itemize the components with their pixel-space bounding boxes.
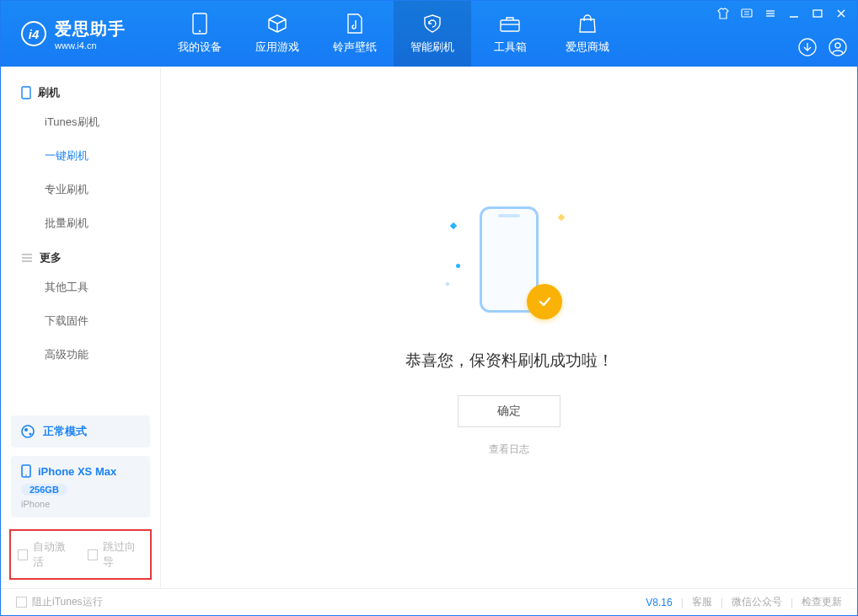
footer-link-update[interactable]: 检查更新	[802, 595, 842, 609]
checkbox-block-itunes[interactable]: 阻止iTunes运行	[16, 595, 103, 609]
checkbox-icon	[18, 549, 28, 560]
download-icon[interactable]	[798, 38, 817, 56]
window-controls	[717, 8, 847, 19]
brand-url: www.i4.cn	[55, 40, 126, 51]
sidebar-item-itunes-flash[interactable]: iTunes刷机	[1, 105, 160, 139]
device-card[interactable]: iPhone XS Max 256GB iPhone	[11, 456, 150, 517]
group-more-label: 更多	[40, 250, 62, 265]
mode-label: 正常模式	[43, 424, 87, 439]
brand: i4 爱思助手 www.i4.cn	[1, 1, 161, 67]
group-flash-label: 刷机	[38, 85, 60, 100]
svg-point-16	[835, 43, 840, 48]
shopping-bag-icon	[576, 13, 598, 35]
tab-toolbox[interactable]: 工具箱	[471, 1, 549, 67]
svg-point-1	[199, 30, 201, 32]
account-controls	[717, 38, 847, 56]
list-icon	[21, 253, 33, 263]
device-phone-icon	[21, 464, 31, 478]
phone-outline-icon	[21, 86, 31, 99]
dot-icon	[456, 264, 460, 268]
sidebar-bottom-options: 自动激活 跳过向导	[9, 529, 152, 580]
user-icon[interactable]	[829, 38, 847, 56]
ok-button[interactable]: 确定	[458, 395, 560, 427]
minimize-icon[interactable]	[788, 8, 800, 19]
device-type: iPhone	[21, 499, 140, 509]
version-label: V8.16	[646, 597, 672, 608]
footer-link-wechat[interactable]: 微信公众号	[732, 595, 782, 609]
music-file-icon	[344, 13, 366, 35]
maximize-icon[interactable]	[812, 8, 823, 19]
device-name: iPhone XS Max	[38, 465, 116, 478]
sidebar-scroll: 刷机 iTunes刷机 一键刷机 专业刷机 批量刷机 更多 其他工具 下载固件 …	[1, 67, 160, 407]
header-right	[707, 1, 857, 67]
device-icon	[189, 13, 211, 35]
sidebar-device-area: 正常模式 iPhone XS Max 256GB iPhone	[11, 415, 150, 517]
checkbox-skip-guide[interactable]: 跳过向导	[88, 539, 144, 570]
cube-icon	[266, 13, 288, 35]
sidebar-group-flash: 刷机	[1, 75, 160, 105]
svg-rect-17	[22, 87, 30, 99]
checkbox-icon	[16, 597, 27, 608]
tab-label: 爱思商城	[566, 40, 609, 55]
checkbox-auto-activate[interactable]: 自动激活	[18, 539, 74, 570]
menu-icon[interactable]	[764, 8, 776, 19]
toolbox-icon	[499, 13, 521, 35]
close-icon[interactable]	[835, 8, 847, 19]
checkbox-label: 自动激活	[33, 539, 73, 570]
feedback-icon[interactable]	[741, 8, 753, 19]
body: 刷机 iTunes刷机 一键刷机 专业刷机 批量刷机 更多 其他工具 下载固件 …	[1, 67, 857, 588]
svg-rect-4	[742, 9, 752, 17]
tab-ringtone-wallpaper[interactable]: 铃声壁纸	[316, 1, 394, 67]
separator: |	[681, 597, 684, 608]
success-check-icon	[527, 284, 562, 319]
tshirt-icon[interactable]	[717, 8, 729, 19]
svg-point-22	[24, 428, 28, 431]
main-content: 恭喜您，保资料刷机成功啦！ 确定 查看日志	[161, 67, 857, 588]
sidebar-item-advanced[interactable]: 高级功能	[1, 338, 160, 372]
checkbox-label: 阻止iTunes运行	[32, 595, 103, 609]
header-tabs: 我的设备 应用游戏 铃声壁纸 智能刷机 工具箱 爱思商城	[161, 1, 707, 67]
header: i4 爱思助手 www.i4.cn 我的设备 应用游戏 铃声壁纸 智能刷机	[1, 1, 857, 67]
refresh-shield-icon	[421, 13, 443, 35]
svg-point-25	[25, 474, 27, 476]
device-storage-badge: 256GB	[21, 484, 67, 495]
footer-link-support[interactable]: 客服	[692, 595, 712, 609]
sidebar-item-oneclick-flash[interactable]: 一键刷机	[1, 139, 160, 173]
svg-point-15	[829, 39, 846, 56]
sparkle-icon	[558, 214, 565, 221]
checkbox-icon	[88, 549, 98, 560]
tab-store[interactable]: 爱思商城	[549, 1, 626, 67]
sparkle-icon	[450, 222, 457, 229]
svg-rect-2	[501, 20, 519, 31]
view-log-link[interactable]: 查看日志	[489, 442, 529, 457]
svg-rect-11	[813, 10, 822, 17]
tab-label: 我的设备	[178, 40, 222, 55]
success-message: 恭喜您，保资料刷机成功啦！	[405, 350, 614, 372]
mode-card[interactable]: 正常模式	[11, 415, 150, 447]
tab-apps-games[interactable]: 应用游戏	[239, 1, 316, 67]
success-illustration	[446, 198, 572, 324]
tab-smart-flash[interactable]: 智能刷机	[394, 1, 471, 67]
separator: |	[721, 597, 723, 608]
tab-label: 铃声壁纸	[333, 40, 377, 55]
svg-point-23	[29, 433, 32, 436]
device-name-row: iPhone XS Max	[21, 464, 140, 478]
sidebar-item-pro-flash[interactable]: 专业刷机	[1, 173, 160, 206]
sidebar-group-more: 更多	[1, 240, 160, 271]
brand-logo-icon: i4	[21, 21, 46, 46]
separator: |	[791, 597, 793, 608]
sidebar-item-download-firmware[interactable]: 下载固件	[1, 304, 160, 338]
sidebar-item-other-tools[interactable]: 其他工具	[1, 271, 160, 304]
footer-left: 阻止iTunes运行	[16, 595, 646, 609]
sidebar: 刷机 iTunes刷机 一键刷机 专业刷机 批量刷机 更多 其他工具 下载固件 …	[1, 67, 161, 588]
sparkle-icon	[445, 281, 450, 287]
app-window: i4 爱思助手 www.i4.cn 我的设备 应用游戏 铃声壁纸 智能刷机	[0, 0, 858, 616]
brand-text: 爱思助手 www.i4.cn	[55, 18, 126, 51]
brand-name: 爱思助手	[55, 18, 126, 40]
tab-my-device[interactable]: 我的设备	[161, 1, 239, 67]
tab-label: 智能刷机	[410, 40, 454, 55]
footer-right: V8.16 | 客服 | 微信公众号 | 检查更新	[646, 595, 842, 609]
mode-icon	[21, 425, 35, 438]
checkbox-label: 跳过向导	[103, 539, 143, 570]
sidebar-item-batch-flash[interactable]: 批量刷机	[1, 206, 160, 240]
